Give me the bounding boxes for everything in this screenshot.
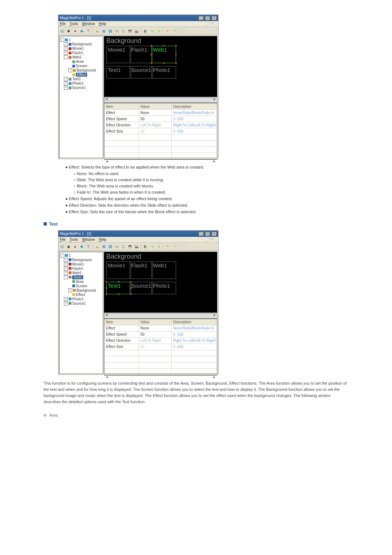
close-button[interactable]: × [212, 16, 217, 20]
col-value[interactable]: Value [139, 104, 172, 110]
tool-undo-icon[interactable]: ↶ [165, 244, 171, 250]
canvas-web-box[interactable]: Web1 [151, 262, 176, 279]
tool-icon[interactable]: ● [72, 244, 78, 250]
tree-item[interactable]: +Background [60, 258, 102, 262]
tree-item[interactable]: +Flash1 [60, 267, 102, 271]
tool-icon[interactable]: ▭ [114, 28, 120, 34]
tree-item[interactable]: +Photo1 [60, 81, 102, 86]
tool-icon[interactable]: ▭ [114, 244, 120, 250]
menu-tools[interactable]: Tools [70, 238, 78, 242]
tree-item[interactable]: +Text1 [60, 77, 102, 81]
col-item[interactable]: Item [105, 319, 139, 325]
menu-file[interactable]: File [60, 238, 66, 242]
tool-icon[interactable]: ▣ [101, 244, 107, 250]
maximize-button[interactable]: □ [205, 232, 210, 236]
tool-icon[interactable]: ◯ [180, 28, 186, 34]
tool-icon[interactable]: ▲ [94, 244, 100, 250]
grid-row[interactable]: Effect Speed501~100 [105, 331, 217, 337]
grid-row[interactable]: EffectNoneNone/Slide/Block/Fade In [105, 110, 217, 116]
canvas-photo-box[interactable]: Photo1 [151, 282, 176, 294]
canvas-scrollbar[interactable] [104, 97, 217, 103]
tree-item[interactable]: Area [60, 280, 102, 284]
tree-item[interactable]: -Web1 [60, 55, 102, 60]
tool-redo-icon[interactable]: ↷ [171, 244, 177, 250]
canvas-movie-box[interactable]: Movie1 [106, 262, 131, 279]
tool-icon[interactable]: ◐ [143, 28, 148, 34]
minimize-button[interactable]: _ [199, 16, 204, 20]
tool-icon[interactable]: ▲ [94, 28, 100, 34]
tool-icon[interactable]: ⬊ [156, 28, 162, 34]
tool-icon[interactable]: ▤ [59, 28, 65, 34]
tree-item[interactable]: +Source1 [60, 301, 102, 306]
grid-row[interactable]: Effect DirectionLeft To RightRight To Le… [105, 122, 217, 128]
canvas-movie-box[interactable]: Movie1 [106, 46, 131, 63]
tool-icon[interactable]: ■ [66, 28, 72, 34]
grid-scrollbar[interactable] [104, 375, 217, 376]
tool-text-icon[interactable]: T [85, 244, 91, 250]
tool-icon[interactable]: ⬓ [134, 28, 139, 34]
tool-icon[interactable]: ▦ [107, 244, 113, 250]
tool-icon[interactable]: ● [72, 28, 78, 34]
menu-tools[interactable]: Tools [70, 22, 78, 26]
tool-icon[interactable]: ▯ [121, 244, 126, 250]
tree-item-selected[interactable]: -Text1 [60, 275, 102, 280]
tree-item-selected[interactable]: Effect [60, 73, 102, 77]
close-button[interactable]: × [212, 232, 217, 236]
menu-window[interactable]: Window [82, 238, 95, 242]
tree-item[interactable]: +Photo1 [60, 297, 102, 301]
tool-icon[interactable]: ⬉ [149, 28, 155, 34]
tool-icon[interactable]: ▯ [121, 28, 126, 34]
canvas-scrollbar[interactable] [104, 313, 217, 319]
tree-item[interactable]: +Source1 [60, 86, 102, 90]
canvas-source-box[interactable]: Source1 [130, 66, 153, 78]
canvas-flash-box[interactable]: Flash1 [130, 46, 153, 63]
grid-row[interactable]: Effect Size101~100 [105, 128, 217, 134]
tool-icon[interactable]: ■ [66, 244, 72, 250]
tool-icon[interactable]: ◆ [79, 244, 85, 250]
tree-item[interactable]: +Background [60, 42, 102, 46]
tool-icon[interactable]: ◯ [180, 244, 186, 250]
tool-icon[interactable]: ▤ [59, 244, 65, 250]
grid-row[interactable]: Effect Speed501~100 [105, 116, 217, 122]
tool-icon[interactable]: ⬓ [134, 244, 139, 250]
tree-item[interactable]: Effect [60, 293, 102, 297]
canvas-flash-box[interactable]: Flash1 [130, 262, 153, 279]
tree-item[interactable]: +Background [60, 288, 102, 293]
menu-help[interactable]: Help [99, 22, 106, 26]
tool-icon[interactable]: ⬉ [149, 244, 155, 250]
tree-item[interactable]: +Background [60, 68, 102, 73]
menu-help[interactable]: Help [99, 238, 106, 242]
col-desc[interactable]: Description [172, 104, 217, 110]
tool-icon[interactable]: ▣ [101, 28, 107, 34]
menu-window[interactable]: Window [82, 22, 95, 26]
tree-item[interactable]: Screen [60, 284, 102, 288]
tree-item[interactable]: +Movie1 [60, 46, 102, 51]
grid-row[interactable]: Effect Size101~100 [105, 344, 217, 350]
tool-icon[interactable]: ◐ [143, 244, 148, 250]
tool-redo-icon[interactable]: ↷ [171, 28, 177, 34]
tool-text-icon[interactable]: T [85, 28, 91, 34]
col-item[interactable]: Item [105, 104, 139, 110]
tool-undo-icon[interactable]: ↶ [165, 28, 171, 34]
maximize-button[interactable]: □ [205, 16, 210, 20]
minimize-button[interactable]: _ [199, 232, 204, 236]
tool-icon[interactable]: ◆ [79, 28, 85, 34]
tree-item[interactable]: +Web1 [60, 271, 102, 275]
layout-canvas[interactable]: Background Movie1 Flash1 Web1 Text1 Sour… [104, 36, 217, 97]
grid-scrollbar[interactable] [104, 159, 217, 160]
menu-file[interactable]: File [60, 22, 66, 26]
canvas-source-box[interactable]: Source1 [130, 282, 153, 294]
tool-icon[interactable]: ⬒ [127, 244, 133, 250]
tree-item[interactable]: Area [60, 60, 102, 64]
tree-root[interactable]: -1 [60, 254, 102, 258]
canvas-photo-box[interactable]: Photo1 [151, 66, 176, 78]
canvas-web-box-selected[interactable]: Web1 [151, 46, 176, 63]
tool-icon[interactable]: ⬊ [156, 244, 162, 250]
tree-item[interactable]: +Flash1 [60, 51, 102, 55]
grid-row[interactable]: Effect DirectionLeft To RightRight To Le… [105, 337, 217, 344]
tree-item[interactable]: Screen [60, 64, 102, 68]
col-desc[interactable]: Description [172, 319, 217, 325]
col-value[interactable]: Value [139, 319, 172, 325]
layout-canvas[interactable]: Background Movie1 Flash1 Web1 Text1 Sour… [104, 252, 217, 313]
tree-item[interactable]: +Movie1 [60, 262, 102, 267]
